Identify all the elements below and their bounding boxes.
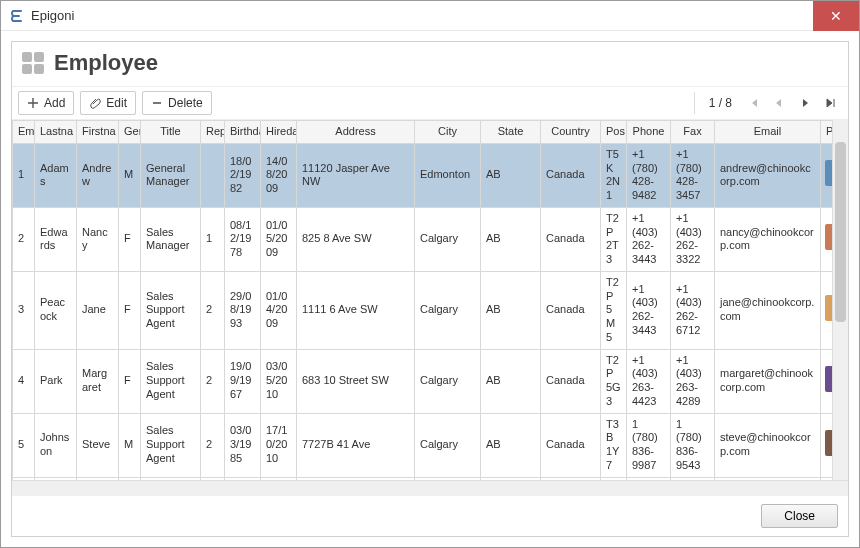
cell-city: Calgary	[415, 207, 481, 271]
cell-fax: +1 (403) 262-6712	[671, 271, 715, 349]
employee-table: EmLastnaFirstnaGerTitleRepBirthdaHiredaA…	[12, 120, 848, 480]
vertical-scrollbar-thumb[interactable]	[835, 142, 846, 322]
table-body: 1AdamsAndrewMGeneral Manager18/02/198214…	[13, 143, 849, 480]
table-row[interactable]: 5JohnsonSteveMSales Support Agent203/03/…	[13, 413, 849, 477]
cell-last: Edwards	[35, 207, 77, 271]
cell-gender: F	[119, 207, 141, 271]
cell-id: 4	[13, 349, 35, 413]
page-header: Employee	[12, 42, 848, 87]
column-header[interactable]: Em	[13, 121, 35, 144]
cell-gender: F	[119, 271, 141, 349]
column-header[interactable]: Hireda	[261, 121, 297, 144]
column-header[interactable]: Rep	[201, 121, 225, 144]
window-close-button[interactable]: ✕	[813, 1, 859, 31]
cell-country: Canada	[541, 413, 601, 477]
cell-reports: 2	[201, 271, 225, 349]
app-title: Epigoni	[31, 8, 813, 23]
horizontal-scrollbar[interactable]	[12, 480, 848, 496]
cell-country: Canada	[541, 143, 601, 207]
cell-state: AB	[481, 271, 541, 349]
table-scroll: EmLastnaFirstnaGerTitleRepBirthdaHiredaA…	[12, 120, 848, 480]
column-header[interactable]: Phone	[627, 121, 671, 144]
app-icon	[9, 8, 25, 24]
plus-icon	[27, 97, 39, 109]
close-button[interactable]: Close	[761, 504, 838, 528]
cell-phone: +1 (780) 428-9482	[627, 143, 671, 207]
cell-birth: 18/02/1982	[225, 143, 261, 207]
cell-city: Edmonton	[415, 143, 481, 207]
cell-email: nancy@chinookcorp.com	[715, 207, 821, 271]
cell-birth: 19/09/1967	[225, 349, 261, 413]
cell-reports	[201, 143, 225, 207]
cell-title: General Manager	[141, 143, 201, 207]
cell-title: Sales Manager	[141, 207, 201, 271]
cell-email: jane@chinookcorp.com	[715, 271, 821, 349]
column-header[interactable]: Lastna	[35, 121, 77, 144]
cell-title: Sales Support Agent	[141, 271, 201, 349]
cell-postal: T2P 5M5	[601, 271, 627, 349]
cell-country: Canada	[541, 271, 601, 349]
content-frame: Employee Add Edit Delete	[11, 41, 849, 537]
cell-fax: +1 (403) 263-4289	[671, 349, 715, 413]
minus-icon	[151, 97, 163, 109]
column-header[interactable]: Title	[141, 121, 201, 144]
table-row[interactable]: 2EdwardsNancyFSales Manager108/12/197801…	[13, 207, 849, 271]
cell-email: steve@chinookcorp.com	[715, 413, 821, 477]
column-header[interactable]: Email	[715, 121, 821, 144]
vertical-scrollbar[interactable]	[832, 120, 848, 480]
column-header[interactable]: City	[415, 121, 481, 144]
cell-state: AB	[481, 349, 541, 413]
cell-birth: 03/03/1985	[225, 413, 261, 477]
cell-first: Nancy	[77, 207, 119, 271]
cell-postal: T2P 2T3	[601, 207, 627, 271]
column-header[interactable]: State	[481, 121, 541, 144]
cell-title: Sales Support Agent	[141, 349, 201, 413]
first-page-button[interactable]	[742, 92, 764, 114]
column-header[interactable]: Birthda	[225, 121, 261, 144]
cell-phone: +1 (403) 262-3443	[627, 271, 671, 349]
first-icon	[746, 96, 760, 110]
cell-fax: 1 (780) 836-9543	[671, 413, 715, 477]
column-header[interactable]: Pos	[601, 121, 627, 144]
toolbar: Add Edit Delete 1 / 8	[12, 87, 848, 120]
column-header[interactable]: Ger	[119, 121, 141, 144]
prev-icon	[772, 96, 786, 110]
cell-last: Peacock	[35, 271, 77, 349]
prev-page-button[interactable]	[768, 92, 790, 114]
cell-first: Margaret	[77, 349, 119, 413]
last-page-button[interactable]	[820, 92, 842, 114]
cell-fax: +1 (780) 428-3457	[671, 143, 715, 207]
cell-email: margaret@chinookcorp.com	[715, 349, 821, 413]
table-row[interactable]: 4ParkMargaretFSales Support Agent219/09/…	[13, 349, 849, 413]
cell-birth: 08/12/1978	[225, 207, 261, 271]
module-icon	[22, 52, 44, 74]
cell-phone: +1 (403) 262-3443	[627, 207, 671, 271]
column-header[interactable]: Fax	[671, 121, 715, 144]
cell-id: 5	[13, 413, 35, 477]
edit-button[interactable]: Edit	[80, 91, 136, 115]
cell-gender: F	[119, 349, 141, 413]
cell-first: Steve	[77, 413, 119, 477]
column-header[interactable]: Country	[541, 121, 601, 144]
next-icon	[798, 96, 812, 110]
column-header[interactable]: Address	[297, 121, 415, 144]
cell-reports: 2	[201, 349, 225, 413]
next-page-button[interactable]	[794, 92, 816, 114]
cell-hire: 14/08/2009	[261, 143, 297, 207]
cell-last: Johnson	[35, 413, 77, 477]
cell-state: AB	[481, 143, 541, 207]
cell-first: Jane	[77, 271, 119, 349]
column-header[interactable]: Firstna	[77, 121, 119, 144]
delete-button[interactable]: Delete	[142, 91, 212, 115]
cell-address: 11120 Jasper Ave NW	[297, 143, 415, 207]
table-row[interactable]: 3PeacockJaneFSales Support Agent229/08/1…	[13, 271, 849, 349]
cell-phone: 1 (780) 836-9987	[627, 413, 671, 477]
add-button[interactable]: Add	[18, 91, 74, 115]
cell-title: Sales Support Agent	[141, 413, 201, 477]
cell-reports: 1	[201, 207, 225, 271]
page-title: Employee	[54, 50, 158, 76]
cell-phone: +1 (403) 263-4423	[627, 349, 671, 413]
cell-hire: 01/04/2009	[261, 271, 297, 349]
table-row[interactable]: 1AdamsAndrewMGeneral Manager18/02/198214…	[13, 143, 849, 207]
dialog-footer: Close	[12, 496, 848, 536]
